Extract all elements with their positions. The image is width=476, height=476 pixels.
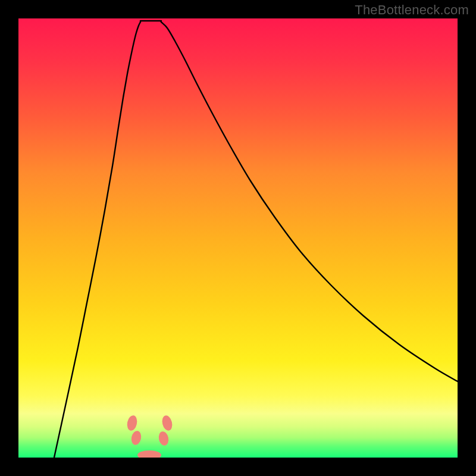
chart-svg [18, 18, 458, 458]
watermark-text: TheBottleneck.com [355, 2, 469, 18]
gradient-background [18, 18, 458, 458]
chart-container: TheBottleneck.com [0, 0, 476, 476]
plot-area [18, 18, 458, 458]
